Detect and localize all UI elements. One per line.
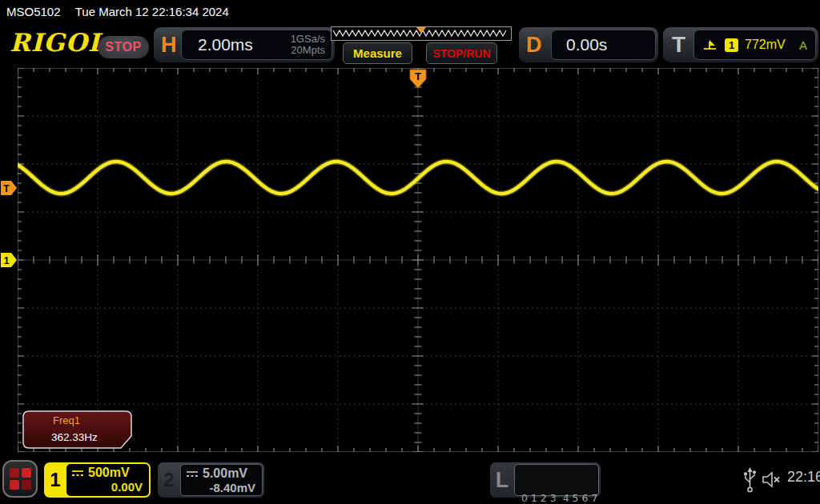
rigol-logo: RIGOL — [10, 28, 107, 57]
delay-inner-panel: 0.00s — [551, 30, 656, 60]
channel1-panel: 500mV 0.00V — [66, 464, 149, 496]
channel2-panel: 5.00mV -8.40mV — [180, 464, 263, 496]
run-state-badge: STOP — [98, 36, 149, 58]
svg-text:T: T — [415, 70, 421, 82]
svg-text:1: 1 — [4, 255, 10, 266]
logic-channels-box[interactable]: L 0 1 2 3 4 5 6 7 8 9 1011 12131415 — [490, 462, 601, 498]
channel2-offset: -8.40mV — [186, 481, 257, 494]
horizontal-label: H — [161, 33, 177, 58]
memory-position-bar[interactable] — [331, 26, 512, 41]
clock: 22:16 — [787, 469, 820, 486]
trigger-inner-panel: 1 772mV A — [693, 30, 816, 60]
trigger-level-marker[interactable]: T — [1, 181, 18, 195]
trigger-edge-icon — [702, 38, 718, 51]
channel1-tab[interactable]: 1 — [44, 462, 66, 498]
red-square-icon — [22, 480, 31, 490]
trigger-label: T — [672, 32, 685, 58]
measurement-value: 362.33Hz — [51, 431, 98, 443]
delay-label: D — [526, 33, 542, 58]
trigger-position-marker[interactable]: T — [409, 69, 427, 90]
delay-settings-box[interactable]: D 0.00s — [519, 27, 658, 62]
speaker-muted-icon[interactable] — [761, 470, 782, 489]
memory-position-marker[interactable] — [416, 27, 426, 34]
logic-label: L — [490, 462, 514, 498]
memory-depth: 20Mpts — [291, 45, 325, 56]
red-square-icon — [10, 480, 19, 490]
toolbar: RIGOL STOP H 2.00ms 1GSa/s 20Mpts Measur… — [0, 24, 820, 67]
measure-button[interactable]: Measure — [343, 42, 412, 64]
horizontal-inner-panel: 2.00ms 1GSa/s 20Mpts — [181, 30, 332, 60]
waveform-display[interactable]: T T 1 Freq1 362.33Hz — [18, 68, 818, 452]
acquisition-info: 1GSa/s 20Mpts — [291, 34, 325, 56]
horizontal-settings-box[interactable]: H 2.00ms 1GSa/s 20Mpts — [154, 27, 335, 62]
measurement-box[interactable]: Freq1 362.33Hz — [22, 410, 133, 449]
channel1-scale: 500mV — [88, 466, 130, 480]
trigger-level-value: 772mV — [745, 38, 786, 52]
timebase-value: 2.00ms — [198, 35, 291, 54]
channel1-offset: 0.00V — [71, 480, 144, 494]
channel2-box[interactable]: 2 5.00mV -8.40mV — [158, 462, 264, 498]
svg-text:T: T — [3, 183, 10, 194]
red-square-icon — [10, 468, 19, 478]
graticule-grid — [18, 68, 818, 452]
stop-run-button[interactable]: STOP/RUN — [426, 42, 497, 64]
bottom-bar: 1 500mV 0.00V 2 — [0, 458, 820, 504]
red-square-icon — [22, 468, 31, 478]
trigger-source-badge: 1 — [725, 38, 738, 52]
delay-value: 0.00s — [566, 35, 607, 54]
logic-row1: 0 1 2 3 4 5 6 7 — [521, 492, 598, 504]
measurement-name: Freq1 — [53, 414, 80, 426]
oscilloscope-screen: MSO5102 Tue March 12 22:16:34 2024 RIGOL… — [0, 0, 820, 504]
channel2-tab[interactable]: 2 — [158, 462, 180, 498]
channel1-offset-marker[interactable]: 1 — [1, 253, 18, 267]
sample-rate: 1GSa/s — [291, 34, 325, 45]
status-bar: MSO5102 Tue March 12 22:16:34 2024 — [0, 0, 820, 24]
channel2-scale: 5.00mV — [203, 466, 247, 481]
logic-channel-list: 0 1 2 3 4 5 6 7 8 9 1011 12131415 — [514, 464, 599, 496]
channel1-box[interactable]: 1 500mV 0.00V — [44, 462, 151, 498]
dc-coupling-icon — [186, 470, 199, 478]
model-name: MSO5102 — [6, 5, 61, 18]
trigger-mode: A — [799, 38, 807, 52]
dc-coupling-icon — [71, 470, 84, 477]
datetime-text: Tue March 12 22:16:34 2024 — [75, 5, 229, 18]
four-squares-icon[interactable] — [2, 460, 38, 498]
trigger-settings-box[interactable]: T 1 772mV A — [663, 27, 818, 62]
usb-icon — [743, 466, 757, 493]
